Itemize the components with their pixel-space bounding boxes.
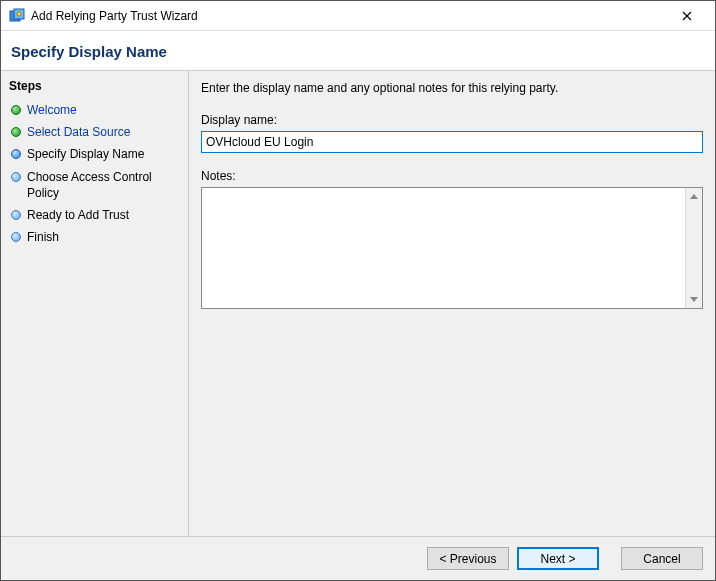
step-welcome[interactable]: Welcome [1,99,188,121]
step-label[interactable]: Select Data Source [27,124,130,140]
step-select-data-source[interactable]: Select Data Source [1,121,188,143]
next-button[interactable]: Next > [517,547,599,570]
step-label[interactable]: Welcome [27,102,77,118]
display-name-label: Display name: [201,113,703,127]
step-choose-access-control-policy: Choose Access Control Policy [1,166,188,204]
step-bullet-icon [11,105,21,115]
step-finish: Finish [1,226,188,248]
titlebar: Add Relying Party Trust Wizard [1,1,715,31]
notes-box [201,187,703,309]
scroll-down-icon[interactable] [686,291,702,308]
window-title: Add Relying Party Trust Wizard [31,9,667,23]
svg-point-2 [17,12,21,16]
step-label: Ready to Add Trust [27,207,129,223]
wizard-body: Steps Welcome Select Data Source Specify… [1,71,715,536]
step-label: Specify Display Name [27,146,144,162]
step-bullet-icon [11,172,21,182]
step-label: Choose Access Control Policy [27,169,180,201]
notes-scrollbar[interactable] [685,188,702,308]
step-ready-to-add-trust: Ready to Add Trust [1,204,188,226]
content-pane: Enter the display name and any optional … [189,71,715,536]
step-bullet-icon [11,210,21,220]
step-bullet-icon [11,232,21,242]
step-bullet-icon [11,127,21,137]
step-bullet-icon [11,149,21,159]
app-icon [9,8,25,24]
cancel-button[interactable]: Cancel [621,547,703,570]
steps-header: Steps [1,77,188,99]
step-specify-display-name: Specify Display Name [1,143,188,165]
notes-textarea[interactable] [202,188,685,308]
page-title: Specify Display Name [1,31,715,71]
footer: < Previous Next > Cancel [1,536,715,580]
scroll-up-icon[interactable] [686,188,702,205]
display-name-input[interactable] [201,131,703,153]
notes-label: Notes: [201,169,703,183]
step-label: Finish [27,229,59,245]
wizard-window: Add Relying Party Trust Wizard Specify D… [0,0,716,581]
instruction-text: Enter the display name and any optional … [201,81,703,95]
previous-button[interactable]: < Previous [427,547,509,570]
close-button[interactable] [667,2,707,30]
steps-sidebar: Steps Welcome Select Data Source Specify… [1,71,189,536]
